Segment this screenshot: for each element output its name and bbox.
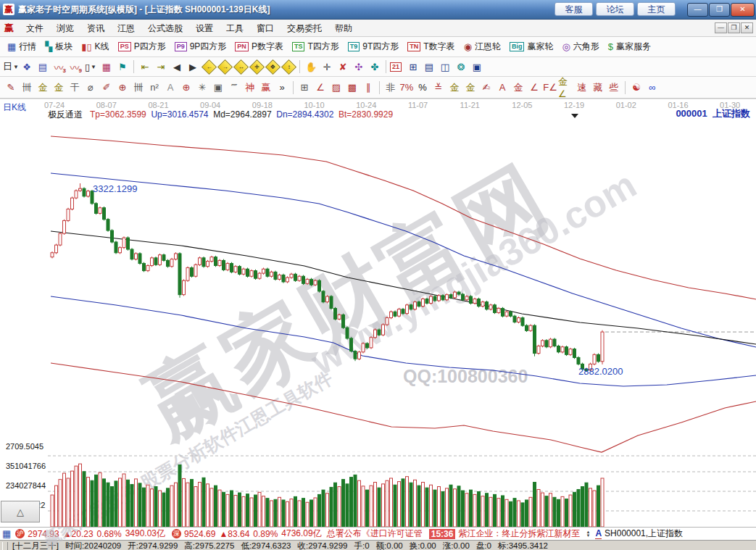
period-label[interactable]: 日K线 — [3, 101, 26, 114]
draw-tool-tool[interactable]: ▣ — [210, 80, 226, 95]
nav-tool-period-day[interactable]: 日▼ — [3, 59, 19, 74]
draw-tool-tool[interactable]: ✍ — [478, 80, 494, 95]
quote-grid-icon[interactable]: ▦ — [2, 528, 11, 539]
nav-tool-calculator[interactable]: ⊞ — [405, 59, 421, 74]
menu-item-公式选股[interactable]: 公式选股 — [141, 21, 189, 36]
nav-tool-crosshair-tool[interactable]: ✛ — [319, 59, 335, 74]
draw-tool-tool[interactable]: ∥ — [360, 80, 376, 95]
market-tool-p-table[interactable]: PNP数字表 — [230, 41, 288, 53]
draw-tool-tool[interactable]: 赢 — [258, 80, 274, 95]
draw-tool-tool[interactable]: ⁗ — [226, 80, 242, 95]
menu-item-设置[interactable]: 设置 — [189, 21, 220, 36]
draw-tool-tool[interactable]: 金∠ — [558, 80, 574, 95]
menu-item-帮助[interactable]: 帮助 — [328, 21, 359, 36]
draw-tool-tool[interactable]: ∠ — [526, 80, 542, 95]
menu-item-工具[interactable]: 工具 — [220, 21, 250, 36]
nav-tool-save-disk[interactable]: ◫ — [437, 59, 453, 74]
stock-link-icon[interactable]: A — [595, 528, 602, 539]
draw-tool-tool[interactable]: 金 — [35, 80, 51, 95]
draw-tool-tool[interactable]: 些 — [606, 80, 622, 95]
market-tool-p-square[interactable]: PSP四方形 — [114, 41, 170, 53]
nav-tool-candle-style[interactable]: ▯▼ — [83, 59, 99, 74]
nav-tool-grid-pattern[interactable]: ▦ — [99, 59, 115, 74]
draw-tool-tool[interactable]: F∠ — [542, 80, 558, 95]
draw-tool-tool[interactable]: 金 — [462, 80, 478, 95]
draw-tool-tool[interactable]: A — [162, 80, 178, 95]
draw-tool-tool[interactable]: ✐ — [99, 80, 115, 95]
nav-tool-diamond-vertical[interactable]: ↕ — [281, 59, 296, 74]
draw-tool-tool[interactable]: 7% — [399, 80, 415, 95]
nav-tool-pattern-window[interactable]: ❖ — [19, 59, 35, 74]
child-minimize-button[interactable]: — — [715, 22, 727, 33]
market-tool-t-square[interactable]: TST四方形 — [288, 41, 344, 53]
nav-tool-diamond-cross[interactable]: ✛ — [249, 59, 265, 74]
market-tool-winner-wheel[interactable]: Big赢家轮 — [505, 41, 558, 53]
market-tool-kline[interactable]: ▮▯K线 — [77, 41, 113, 53]
draw-tool-tool[interactable]: 藏 — [590, 80, 606, 95]
nav-tool-calendar[interactable]: 21 — [389, 59, 405, 74]
close-button[interactable]: ✕ — [731, 3, 755, 17]
homepage-button[interactable]: 主页 — [637, 2, 676, 16]
forum-button[interactable]: 论坛 — [596, 2, 634, 16]
nav-tool-diamond-left[interactable]: ← — [201, 59, 217, 74]
customer-service-button[interactable]: 客服 — [554, 2, 593, 16]
news-scroll-spinner[interactable]: ▲▼ — [586, 530, 590, 538]
nav-tool-go-last[interactable]: ⇥ — [153, 59, 169, 74]
draw-tool-tool[interactable]: ▩ — [344, 80, 360, 95]
draw-tool-tool[interactable]: 卌 — [19, 80, 35, 95]
nav-tool-knot-purple[interactable]: ✣ — [351, 59, 367, 74]
restore-button[interactable]: ❐ — [709, 3, 730, 17]
market-tool-9p-square[interactable]: P99P四方形 — [170, 41, 231, 53]
draw-tool-tool[interactable]: A — [494, 80, 510, 95]
nav-tool-diamond-right[interactable]: → — [217, 59, 233, 74]
minimize-button[interactable]: — — [687, 3, 708, 17]
nav-tool-knot-teal[interactable]: ✤ — [367, 59, 383, 74]
market-tool-sectors[interactable]: ▚板块 — [41, 41, 77, 53]
nav-tool-go-first[interactable]: ⇤ — [137, 59, 153, 74]
menu-item-文件[interactable]: 文件 — [20, 21, 50, 36]
draw-tool-tool[interactable]: ∞ — [644, 80, 660, 95]
menu-item-江恩[interactable]: 江恩 — [111, 21, 141, 36]
market-tool-gann-wheel[interactable]: ◉江恩轮 — [460, 41, 505, 53]
nav-tool-erase-tool[interactable]: ✘ — [335, 59, 351, 74]
nav-tool-net-disk[interactable]: ❂ — [453, 59, 469, 74]
child-restore-button[interactable]: ❐ — [728, 22, 740, 33]
draw-tool-tool[interactable]: ▨ — [328, 80, 344, 95]
menu-item-交易委托[interactable]: 交易委托 — [281, 21, 328, 36]
draw-tool-tool[interactable]: 神 — [242, 80, 258, 95]
draw-tool-tool[interactable]: % — [415, 80, 431, 95]
draw-tool-tool[interactable]: 速 — [574, 80, 590, 95]
draw-tool-tool[interactable]: » — [274, 80, 290, 95]
draw-tool-tool[interactable]: ⊕ — [115, 80, 130, 95]
menu-item-窗口[interactable]: 窗口 — [250, 21, 281, 36]
nav-tool-note-doc[interactable]: ▤ — [35, 59, 51, 74]
draw-tool-tool[interactable]: ≚ — [431, 80, 446, 95]
nav-tool-notepad[interactable]: ▤ — [421, 59, 437, 74]
nav-tool-go-prev[interactable]: ◀ — [169, 59, 185, 74]
market-tool-hexagon[interactable]: ◎六角形 — [557, 41, 603, 53]
draw-tool-tool[interactable]: ⊕ — [178, 80, 194, 95]
draw-tool-tool[interactable]: 金 — [510, 80, 526, 95]
draw-tool-tool[interactable]: 卌 — [130, 80, 146, 95]
nav-tool-flag-chart[interactable]: ⚑ — [115, 59, 130, 74]
draw-tool-tool[interactable]: ✳ — [194, 80, 210, 95]
draw-tool-tool[interactable]: ✎ — [3, 80, 19, 95]
child-close-button[interactable]: ✕ — [741, 22, 753, 33]
news-headline-right[interactable]: 紫江企业：终止分拆紫江新材至 — [458, 528, 580, 540]
draw-tool-tool[interactable]: ⊞ — [296, 80, 312, 95]
draw-tool-tool[interactable]: ☯ — [628, 80, 644, 95]
pane-toggle-button[interactable]: △ — [1, 501, 40, 522]
nav-tool-hand-tool[interactable]: ✋ — [303, 59, 319, 74]
draw-tool-tool[interactable]: ⌀ — [83, 80, 99, 95]
nav-tool-go-next[interactable]: ▶ — [185, 59, 201, 74]
nav-tool-wave-9min[interactable]: 〰9 — [67, 59, 83, 74]
nav-tool-wave-3min[interactable]: 〰3 — [51, 59, 67, 74]
draw-tool-tool[interactable]: 金 — [446, 80, 462, 95]
draw-tool-tool[interactable]: 干 — [67, 80, 83, 95]
market-tool-9t-square[interactable]: T99T四方形 — [344, 41, 404, 53]
draw-tool-tool[interactable]: ∠ — [312, 80, 328, 95]
menu-item-浏览[interactable]: 浏览 — [50, 21, 80, 36]
menu-item-资讯[interactable]: 资讯 — [80, 21, 111, 36]
candlestick-volume-plot[interactable] — [0, 99, 756, 527]
nav-tool-computer[interactable]: ▣ — [469, 59, 485, 74]
